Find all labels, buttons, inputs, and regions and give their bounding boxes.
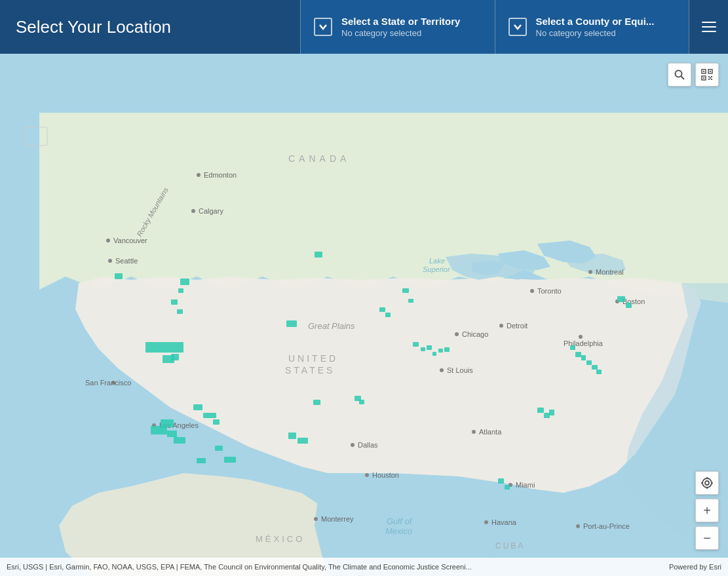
state-dropdown-label: Select a State or Territory — [341, 16, 460, 27]
svg-rect-88 — [544, 413, 550, 418]
svg-rect-54 — [115, 273, 123, 279]
svg-text:Miami: Miami — [516, 481, 535, 489]
svg-point-31 — [440, 368, 444, 372]
svg-point-27 — [455, 332, 459, 336]
svg-point-41 — [530, 289, 534, 293]
svg-rect-83 — [427, 345, 432, 350]
svg-rect-72 — [286, 320, 297, 327]
svg-text:Detroit: Detroit — [507, 322, 527, 330]
svg-text:Great Plains: Great Plains — [308, 321, 355, 331]
svg-text:Atlanta: Atlanta — [479, 428, 502, 436]
svg-rect-73 — [315, 252, 322, 258]
svg-rect-93 — [626, 303, 632, 308]
svg-text:Mexico: Mexico — [385, 526, 412, 536]
svg-text:Lake: Lake — [429, 257, 445, 265]
svg-text:Calgary: Calgary — [199, 207, 223, 215]
svg-point-52 — [576, 524, 580, 528]
svg-rect-92 — [617, 296, 625, 302]
svg-point-45 — [484, 520, 488, 524]
svg-rect-58 — [177, 309, 183, 314]
svg-text:CUBA: CUBA — [495, 541, 525, 550]
svg-rect-84 — [432, 352, 436, 356]
svg-rect-64 — [167, 431, 177, 437]
svg-point-117 — [702, 478, 712, 488]
search-button[interactable] — [668, 63, 691, 86]
svg-text:Toronto: Toronto — [537, 287, 562, 295]
svg-rect-78 — [297, 438, 308, 444]
svg-point-13 — [191, 209, 195, 213]
svg-rect-101 — [385, 313, 391, 317]
svg-text:Dallas: Dallas — [358, 441, 378, 449]
svg-rect-77 — [288, 432, 296, 439]
svg-rect-68 — [213, 419, 220, 425]
svg-rect-81 — [413, 342, 419, 347]
svg-rect-112 — [711, 76, 712, 77]
svg-rect-96 — [581, 355, 586, 360]
svg-point-48 — [314, 517, 318, 521]
svg-rect-108 — [710, 71, 711, 72]
svg-rect-67 — [203, 413, 216, 418]
hamburger-icon — [702, 22, 716, 32]
county-dropdown-label: Select a County or Equi... — [536, 16, 655, 27]
locate-button[interactable] — [695, 471, 719, 495]
zoom-in-button[interactable]: + — [695, 499, 719, 522]
svg-rect-91 — [505, 485, 510, 490]
svg-point-35 — [579, 335, 583, 339]
svg-point-103 — [676, 71, 682, 77]
svg-rect-99 — [596, 370, 602, 374]
county-dropdown-sublabel: No category selected — [536, 28, 655, 38]
svg-rect-79 — [402, 288, 409, 293]
title-section: Select Your Location — [0, 0, 300, 54]
state-dropdown-sublabel: No category selected — [341, 28, 460, 38]
svg-text:CANADA: CANADA — [288, 153, 350, 164]
svg-text:Havana: Havana — [491, 518, 517, 526]
svg-text:Philadelphia: Philadelphia — [564, 339, 603, 347]
svg-rect-76 — [359, 400, 364, 404]
svg-text:Gulf of: Gulf of — [387, 516, 413, 526]
page-title: Select Your Location — [16, 17, 171, 37]
svg-rect-95 — [575, 352, 581, 357]
svg-rect-80 — [408, 299, 413, 303]
svg-rect-85 — [438, 349, 443, 353]
svg-point-116 — [705, 481, 709, 485]
svg-rect-90 — [498, 478, 504, 484]
powered-by-text: Powered by Esri — [669, 563, 721, 571]
svg-rect-97 — [586, 360, 592, 365]
attribution-text: Esri, USGS | Esri, Garmin, FAO, NOAA, US… — [7, 563, 472, 571]
svg-line-104 — [681, 77, 685, 80]
svg-rect-66 — [193, 404, 202, 410]
map-bottom-controls: + − — [695, 471, 719, 550]
state-dropdown-chevron-icon — [314, 18, 332, 36]
county-dropdown-chevron-icon — [508, 18, 527, 36]
svg-rect-65 — [174, 437, 185, 444]
svg-text:Superior: Superior — [423, 265, 451, 273]
svg-rect-115 — [710, 77, 711, 79]
svg-text:MÉXICO: MÉXICO — [256, 534, 305, 544]
svg-text:Houston: Houston — [372, 471, 399, 479]
svg-rect-98 — [592, 365, 598, 370]
svg-rect-111 — [708, 76, 710, 77]
svg-rect-87 — [537, 408, 544, 413]
svg-rect-106 — [703, 71, 704, 72]
svg-rect-70 — [197, 458, 206, 463]
svg-point-33 — [472, 430, 476, 434]
svg-text:Edmonton: Edmonton — [204, 171, 237, 179]
svg-text:Chicago: Chicago — [462, 330, 488, 338]
svg-rect-59 — [145, 342, 183, 353]
qr-code-button[interactable] — [695, 63, 719, 86]
svg-point-25 — [365, 473, 369, 477]
map: Rocky Mountains Great Plains CANADA UNIT… — [0, 54, 728, 576]
attribution-bar: Esri, USGS | Esri, Garmin, FAO, NOAA, US… — [0, 558, 728, 576]
zoom-out-button[interactable]: − — [695, 526, 719, 550]
state-territory-dropdown[interactable]: Select a State or Territory No category … — [300, 0, 495, 54]
svg-rect-94 — [570, 345, 575, 350]
menu-button[interactable] — [689, 0, 728, 54]
map-container[interactable]: Rocky Mountains Great Plains CANADA UNIT… — [0, 54, 728, 576]
svg-rect-69 — [215, 446, 223, 451]
svg-rect-71 — [224, 457, 236, 463]
svg-rect-56 — [178, 288, 183, 293]
svg-point-39 — [588, 270, 592, 274]
svg-rect-114 — [711, 79, 712, 80]
svg-point-15 — [106, 239, 110, 242]
county-dropdown[interactable]: Select a County or Equi... No category s… — [495, 0, 689, 54]
